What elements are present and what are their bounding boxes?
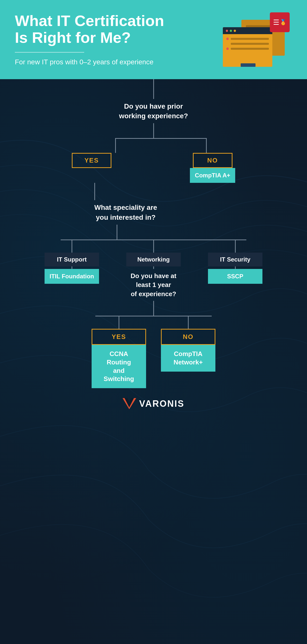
varonis-logo: VARONIS: [123, 388, 184, 424]
comptia-a-plus-box: CompTIA A+: [190, 168, 235, 183]
question-3: Do you have atleast 1 yearof experience?: [131, 269, 177, 301]
no-branch-1: NO CompTIA A+: [190, 153, 235, 183]
networking-yes-no: YES CCNA Routingand Switching NO: [92, 316, 215, 388]
ccna-box: CCNA Routingand Switching: [92, 345, 146, 388]
header-subtitle: For new IT pros with 0–2 years of experi…: [15, 58, 223, 66]
it-support-text: IT Support: [50, 256, 94, 263]
yes-branch: YES: [72, 153, 111, 168]
yes-no-row: YES NO CompTIA A+: [72, 153, 235, 183]
networking-no-label: NO: [171, 333, 206, 341]
flowchart: Do you have priorworking experience?: [0, 79, 307, 424]
it-security-category: IT Security: [208, 252, 262, 266]
itil-foundation-box: ITIL Foundation: [45, 269, 99, 284]
varonis-v-icon: [123, 398, 136, 409]
question-1-text: Do you have priorworking experience?: [119, 102, 188, 121]
networking-no-box: NO: [161, 329, 215, 345]
connector-line-2: [153, 123, 154, 138]
connector-no-down: [206, 138, 207, 153]
it-support-branch: IT Support ITIL Foundation: [42, 240, 102, 284]
header-banner: What IT Certification Is Right for Me? F…: [0, 0, 307, 79]
networking-h-branch: [92, 316, 215, 316]
certificate-illustration: ☰ 🏅: [223, 12, 292, 67]
question-1: Do you have priorworking experience?: [114, 99, 193, 123]
connector-yes-down: [115, 138, 116, 153]
sscp-box: SSCP: [208, 269, 262, 284]
it-support-category: IT Support: [45, 252, 99, 266]
question-2-text: What speciality areyou interested in?: [94, 203, 157, 222]
no-label-1: NO: [202, 156, 223, 164]
networking-yes-box: YES: [92, 329, 146, 345]
ccna-text: CCNA Routingand Switching: [98, 350, 140, 383]
itil-foundation-text: ITIL Foundation: [50, 273, 94, 280]
networking-yes: YES CCNA Routingand Switching: [92, 316, 146, 388]
branch-yes-no: [72, 138, 235, 153]
connector-line-1: [153, 79, 154, 99]
it-security-text: IT Security: [213, 256, 257, 263]
three-way-horizontal: [42, 240, 265, 240]
header-text: What IT Certification Is Right for Me? F…: [15, 12, 223, 67]
networking-text: Networking: [131, 256, 176, 263]
it-security-branch: IT Security SSCP: [205, 240, 265, 284]
yes-box: YES: [72, 153, 111, 168]
yes-to-q2-line: [72, 183, 235, 200]
networking-no: NO CompTIANetwork+: [161, 316, 215, 388]
sscp-text: SSCP: [213, 273, 257, 280]
q2-down-line: [72, 225, 235, 240]
yes-label: YES: [82, 156, 102, 164]
networking-category: Networking: [126, 252, 181, 266]
header-title: What IT Certification Is Right for Me?: [15, 12, 223, 46]
comptia-a-plus-text: CompTIA A+: [195, 172, 230, 179]
networking-yes-label: YES: [101, 333, 136, 341]
networking-branch: Networking Do you have atleast 1 yearof …: [124, 240, 183, 388]
three-branch-row: IT Support ITIL Foundation Networking Do…: [42, 240, 265, 388]
question-2: What speciality areyou interested in?: [94, 200, 162, 224]
header-divider: [15, 52, 84, 53]
question-3-text: Do you have atleast 1 yearof experience?: [131, 272, 177, 298]
comptia-network-box: CompTIANetwork+: [161, 345, 215, 372]
comptia-network-text: CompTIANetwork+: [167, 350, 209, 367]
varonis-text-label: VARONIS: [139, 398, 184, 409]
no-box-1: NO: [193, 153, 232, 168]
question-2-wrapper: What speciality areyou interested in?: [72, 200, 235, 224]
